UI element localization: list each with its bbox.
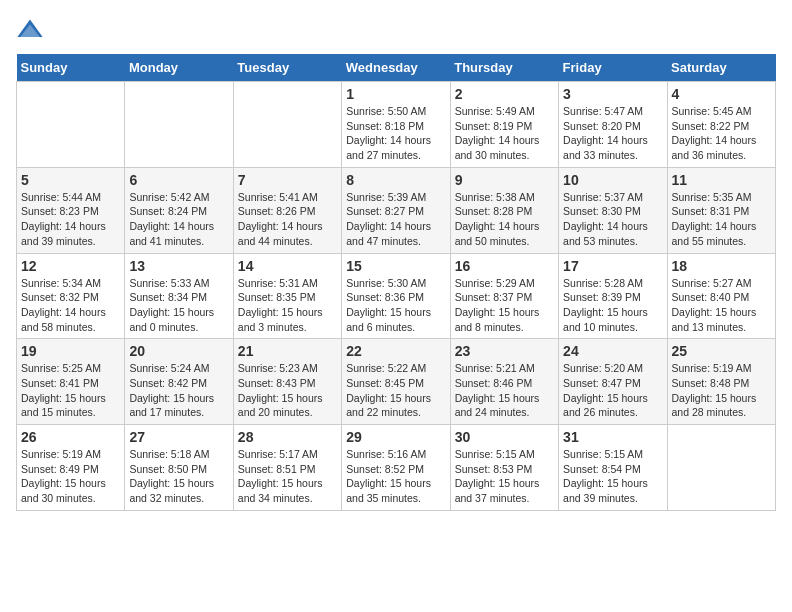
day-number: 11 [672, 172, 771, 188]
day-number: 7 [238, 172, 337, 188]
day-info: Sunrise: 5:23 AMSunset: 8:43 PMDaylight:… [238, 361, 337, 420]
day-number: 6 [129, 172, 228, 188]
day-number: 16 [455, 258, 554, 274]
logo [16, 16, 48, 44]
calendar-cell: 30Sunrise: 5:15 AMSunset: 8:53 PMDayligh… [450, 425, 558, 511]
day-number: 25 [672, 343, 771, 359]
calendar-week-row: 5Sunrise: 5:44 AMSunset: 8:23 PMDaylight… [17, 167, 776, 253]
calendar-cell: 15Sunrise: 5:30 AMSunset: 8:36 PMDayligh… [342, 253, 450, 339]
day-of-week-header: Thursday [450, 54, 558, 82]
day-info: Sunrise: 5:41 AMSunset: 8:26 PMDaylight:… [238, 190, 337, 249]
day-number: 30 [455, 429, 554, 445]
calendar-cell: 14Sunrise: 5:31 AMSunset: 8:35 PMDayligh… [233, 253, 341, 339]
day-info: Sunrise: 5:34 AMSunset: 8:32 PMDaylight:… [21, 276, 120, 335]
day-info: Sunrise: 5:45 AMSunset: 8:22 PMDaylight:… [672, 104, 771, 163]
day-number: 18 [672, 258, 771, 274]
day-info: Sunrise: 5:39 AMSunset: 8:27 PMDaylight:… [346, 190, 445, 249]
logo-icon [16, 16, 44, 44]
day-info: Sunrise: 5:15 AMSunset: 8:54 PMDaylight:… [563, 447, 662, 506]
calendar-cell: 31Sunrise: 5:15 AMSunset: 8:54 PMDayligh… [559, 425, 667, 511]
day-number: 14 [238, 258, 337, 274]
calendar-cell [667, 425, 775, 511]
calendar-cell: 18Sunrise: 5:27 AMSunset: 8:40 PMDayligh… [667, 253, 775, 339]
calendar-cell: 25Sunrise: 5:19 AMSunset: 8:48 PMDayligh… [667, 339, 775, 425]
calendar-cell: 13Sunrise: 5:33 AMSunset: 8:34 PMDayligh… [125, 253, 233, 339]
day-of-week-header: Friday [559, 54, 667, 82]
calendar-cell: 23Sunrise: 5:21 AMSunset: 8:46 PMDayligh… [450, 339, 558, 425]
calendar-cell: 10Sunrise: 5:37 AMSunset: 8:30 PMDayligh… [559, 167, 667, 253]
day-info: Sunrise: 5:47 AMSunset: 8:20 PMDaylight:… [563, 104, 662, 163]
day-info: Sunrise: 5:25 AMSunset: 8:41 PMDaylight:… [21, 361, 120, 420]
day-number: 3 [563, 86, 662, 102]
day-number: 23 [455, 343, 554, 359]
calendar-cell [17, 82, 125, 168]
calendar-cell [125, 82, 233, 168]
calendar-cell: 29Sunrise: 5:16 AMSunset: 8:52 PMDayligh… [342, 425, 450, 511]
calendar-cell: 4Sunrise: 5:45 AMSunset: 8:22 PMDaylight… [667, 82, 775, 168]
day-of-week-header: Wednesday [342, 54, 450, 82]
day-of-week-header: Tuesday [233, 54, 341, 82]
calendar-cell: 11Sunrise: 5:35 AMSunset: 8:31 PMDayligh… [667, 167, 775, 253]
calendar-week-row: 19Sunrise: 5:25 AMSunset: 8:41 PMDayligh… [17, 339, 776, 425]
calendar-cell: 16Sunrise: 5:29 AMSunset: 8:37 PMDayligh… [450, 253, 558, 339]
day-info: Sunrise: 5:29 AMSunset: 8:37 PMDaylight:… [455, 276, 554, 335]
calendar-cell: 8Sunrise: 5:39 AMSunset: 8:27 PMDaylight… [342, 167, 450, 253]
day-number: 31 [563, 429, 662, 445]
calendar-cell: 24Sunrise: 5:20 AMSunset: 8:47 PMDayligh… [559, 339, 667, 425]
day-info: Sunrise: 5:38 AMSunset: 8:28 PMDaylight:… [455, 190, 554, 249]
day-number: 26 [21, 429, 120, 445]
day-info: Sunrise: 5:35 AMSunset: 8:31 PMDaylight:… [672, 190, 771, 249]
day-number: 24 [563, 343, 662, 359]
calendar-cell: 20Sunrise: 5:24 AMSunset: 8:42 PMDayligh… [125, 339, 233, 425]
calendar-cell: 19Sunrise: 5:25 AMSunset: 8:41 PMDayligh… [17, 339, 125, 425]
day-info: Sunrise: 5:44 AMSunset: 8:23 PMDaylight:… [21, 190, 120, 249]
day-info: Sunrise: 5:15 AMSunset: 8:53 PMDaylight:… [455, 447, 554, 506]
day-info: Sunrise: 5:20 AMSunset: 8:47 PMDaylight:… [563, 361, 662, 420]
day-info: Sunrise: 5:50 AMSunset: 8:18 PMDaylight:… [346, 104, 445, 163]
day-number: 27 [129, 429, 228, 445]
day-info: Sunrise: 5:31 AMSunset: 8:35 PMDaylight:… [238, 276, 337, 335]
calendar-week-row: 12Sunrise: 5:34 AMSunset: 8:32 PMDayligh… [17, 253, 776, 339]
day-number: 1 [346, 86, 445, 102]
day-info: Sunrise: 5:16 AMSunset: 8:52 PMDaylight:… [346, 447, 445, 506]
calendar-cell: 26Sunrise: 5:19 AMSunset: 8:49 PMDayligh… [17, 425, 125, 511]
day-number: 20 [129, 343, 228, 359]
day-info: Sunrise: 5:42 AMSunset: 8:24 PMDaylight:… [129, 190, 228, 249]
day-number: 13 [129, 258, 228, 274]
day-info: Sunrise: 5:21 AMSunset: 8:46 PMDaylight:… [455, 361, 554, 420]
calendar-cell: 5Sunrise: 5:44 AMSunset: 8:23 PMDaylight… [17, 167, 125, 253]
page-header [16, 16, 776, 44]
day-info: Sunrise: 5:27 AMSunset: 8:40 PMDaylight:… [672, 276, 771, 335]
day-number: 28 [238, 429, 337, 445]
day-number: 15 [346, 258, 445, 274]
calendar-cell: 21Sunrise: 5:23 AMSunset: 8:43 PMDayligh… [233, 339, 341, 425]
calendar-cell: 9Sunrise: 5:38 AMSunset: 8:28 PMDaylight… [450, 167, 558, 253]
day-number: 2 [455, 86, 554, 102]
day-number: 4 [672, 86, 771, 102]
day-of-week-header: Sunday [17, 54, 125, 82]
day-number: 21 [238, 343, 337, 359]
calendar-cell: 7Sunrise: 5:41 AMSunset: 8:26 PMDaylight… [233, 167, 341, 253]
day-number: 17 [563, 258, 662, 274]
calendar-cell: 28Sunrise: 5:17 AMSunset: 8:51 PMDayligh… [233, 425, 341, 511]
day-number: 29 [346, 429, 445, 445]
calendar-cell [233, 82, 341, 168]
calendar-cell: 27Sunrise: 5:18 AMSunset: 8:50 PMDayligh… [125, 425, 233, 511]
calendar-week-row: 1Sunrise: 5:50 AMSunset: 8:18 PMDaylight… [17, 82, 776, 168]
calendar-table: SundayMondayTuesdayWednesdayThursdayFrid… [16, 54, 776, 511]
calendar-header-row: SundayMondayTuesdayWednesdayThursdayFrid… [17, 54, 776, 82]
calendar-week-row: 26Sunrise: 5:19 AMSunset: 8:49 PMDayligh… [17, 425, 776, 511]
day-info: Sunrise: 5:33 AMSunset: 8:34 PMDaylight:… [129, 276, 228, 335]
calendar-cell: 1Sunrise: 5:50 AMSunset: 8:18 PMDaylight… [342, 82, 450, 168]
day-number: 19 [21, 343, 120, 359]
day-info: Sunrise: 5:30 AMSunset: 8:36 PMDaylight:… [346, 276, 445, 335]
calendar-cell: 3Sunrise: 5:47 AMSunset: 8:20 PMDaylight… [559, 82, 667, 168]
calendar-cell: 12Sunrise: 5:34 AMSunset: 8:32 PMDayligh… [17, 253, 125, 339]
day-number: 10 [563, 172, 662, 188]
day-info: Sunrise: 5:22 AMSunset: 8:45 PMDaylight:… [346, 361, 445, 420]
day-number: 5 [21, 172, 120, 188]
day-info: Sunrise: 5:18 AMSunset: 8:50 PMDaylight:… [129, 447, 228, 506]
day-info: Sunrise: 5:19 AMSunset: 8:48 PMDaylight:… [672, 361, 771, 420]
day-info: Sunrise: 5:19 AMSunset: 8:49 PMDaylight:… [21, 447, 120, 506]
day-of-week-header: Saturday [667, 54, 775, 82]
